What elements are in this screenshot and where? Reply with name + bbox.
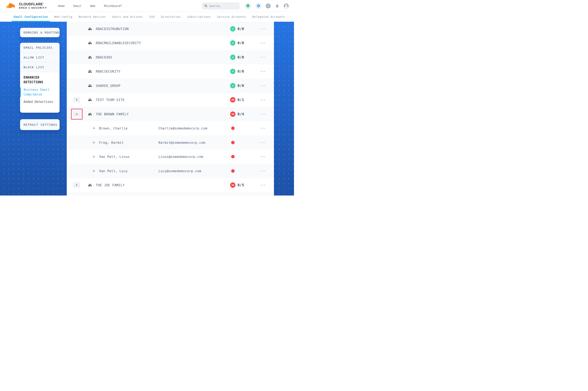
member-count: 0/4 [238, 112, 244, 116]
minus-icon [232, 99, 234, 100]
tab-service-accounts[interactable]: Service Accounts [217, 12, 246, 22]
member-count: 0/0 [238, 69, 244, 73]
sidebar-item-retract-settings[interactable]: RETRACT SETTINGS [20, 119, 60, 130]
member-expand-chevron[interactable]: > [93, 155, 95, 159]
group-name: RBACO365 [96, 55, 112, 59]
group-people-icon [88, 55, 92, 59]
member-count: 0/0 [238, 41, 244, 45]
row-actions-menu[interactable] [260, 84, 266, 88]
nav-item-email[interactable]: Email [73, 4, 82, 7]
top-header: CLOUDFLARE® AREA 1 SECURITY HomeEmailWeb… [0, 0, 294, 12]
group-people-icon [88, 183, 92, 187]
nav-item-home[interactable]: Home [58, 4, 65, 7]
chevron-right-icon [76, 184, 78, 186]
check-icon [231, 84, 234, 87]
member-row: >Van Pelt, LinusLinus@somedemocorp.com [67, 150, 274, 164]
tab-users-and-actions[interactable]: Users and Actions [112, 12, 143, 22]
status-pass-badge [230, 26, 235, 31]
group-name: RBACDISTRUBUTION [96, 27, 129, 31]
sidebar-item-domains-routing[interactable]: DOMAINS & ROUTING [20, 28, 60, 37]
policy-list: EMAIL POLICIESALLOW LISTBLOCK LIST [20, 43, 60, 72]
expand-toggle-button[interactable] [73, 183, 80, 188]
status-fail-dot [231, 141, 235, 144]
expand-toggle-button[interactable] [73, 97, 80, 103]
group-row: THE JOE FAMILY0/5 [67, 178, 274, 193]
sidebar-item-block-list[interactable]: BLOCK LIST [20, 62, 60, 72]
row-actions-menu[interactable] [260, 141, 266, 144]
search-input[interactable] [209, 4, 237, 7]
group-people-icon [88, 84, 92, 88]
row-actions-menu[interactable] [260, 41, 266, 45]
row-actions-menu[interactable] [260, 70, 266, 73]
member-email: Charlie@somedemocorp.com [158, 126, 207, 130]
status-fail-badge [230, 183, 235, 188]
brand-name: CLOUDFLARE® [19, 2, 47, 6]
nav-item-web[interactable]: Web [90, 4, 95, 7]
sidebar-item-enhanced-detections[interactable]: ENHANCED DETECTIONS [23, 75, 56, 85]
group-name: THE JOE FAMILY [96, 183, 125, 187]
group-name: THE BROWN FAMILY [96, 112, 129, 116]
group-people-icon [88, 55, 92, 59]
row-actions-menu[interactable] [260, 155, 266, 159]
member-row: >Brown, CharlieCharlie@somedemocorp.com [67, 121, 274, 136]
status-pass-badge [230, 55, 235, 60]
member-expand-chevron[interactable]: > [93, 126, 95, 130]
tab-web-config[interactable]: Web Config [54, 12, 72, 22]
tab-network-devices[interactable]: Network Devices [79, 12, 106, 22]
notifications-bell-icon[interactable] [275, 4, 280, 8]
search-box[interactable] [202, 2, 240, 9]
sidebar-item-allow-list[interactable]: ALLOW LIST [20, 53, 60, 62]
cloudflare-logo[interactable]: CLOUDFLARE® AREA 1 SECURITY [5, 2, 47, 10]
sidebar-item-business-email-compromise[interactable]: Business Email Compromise [20, 88, 56, 97]
member-expand-chevron[interactable]: > [93, 169, 95, 173]
chevron-down-icon [76, 113, 78, 115]
sidebar-item-added-detections[interactable]: Added Detections [23, 100, 56, 104]
member-name: Van Pelt, Lucy [99, 169, 128, 173]
check-icon [231, 27, 234, 30]
member-count: 0/0 [238, 55, 244, 59]
row-actions-menu[interactable] [260, 184, 266, 187]
check-icon [231, 56, 234, 59]
group-people-icon [88, 70, 92, 73]
tab-subscriptions[interactable]: Subscriptions [187, 12, 211, 22]
row-actions-menu[interactable] [260, 27, 266, 31]
status-fail-dot [231, 169, 235, 173]
group-people-icon [88, 98, 92, 102]
tab-directories[interactable]: Directories [161, 12, 181, 22]
help-icon[interactable]: ? [266, 3, 271, 8]
settings-gear-icon[interactable] [255, 3, 262, 9]
brand-subtitle: AREA 1 SECURITY [19, 6, 47, 9]
group-row: TEST TEAM SITE0/1 [67, 93, 274, 107]
tab-sso[interactable]: SSO [149, 12, 155, 22]
sidebar-item-email-policies[interactable]: EMAIL POLICIES [20, 43, 60, 53]
search-icon [204, 4, 207, 7]
member-name: Brown, Charlie [99, 126, 128, 130]
row-actions-menu[interactable] [260, 112, 266, 116]
row-actions-menu[interactable] [260, 56, 266, 59]
status-fail-badge [230, 97, 235, 102]
shield-check-icon[interactable] [245, 3, 251, 9]
group-people-icon [88, 183, 92, 187]
tab-email-configuration[interactable]: Email Configuration [13, 12, 48, 22]
group-people-icon [88, 41, 92, 45]
member-expand-chevron[interactable]: > [93, 141, 95, 144]
groups-table: RBACDISTRUBUTION0/0RBACMAILENABLESECURIT… [67, 22, 274, 196]
minus-icon [232, 114, 234, 114]
enhanced-items: Business Email CompromiseAdded Detection… [23, 88, 56, 104]
group-name: TEST TEAM SITE [96, 98, 125, 102]
member-count: 0/0 [238, 84, 244, 88]
member-count: 0/0 [238, 27, 244, 31]
nav-item-phishguard[interactable]: PhishGuard™ [104, 4, 122, 7]
account-icon[interactable] [284, 3, 289, 8]
member-name: Van Pelt, Linus [99, 155, 130, 159]
row-actions-menu[interactable] [260, 98, 266, 102]
member-email: Kermit@somedemocorp.com [158, 140, 205, 144]
row-actions-menu[interactable] [260, 169, 266, 173]
tab-delegated-accounts[interactable]: Delegated Accounts [252, 12, 285, 22]
expand-toggle-button[interactable] [73, 111, 80, 117]
group-people-icon [88, 70, 92, 73]
member-email: Linus@somedemocorp.com [158, 155, 203, 159]
header-icon-cluster: ? [245, 3, 289, 9]
row-actions-menu[interactable] [260, 127, 266, 130]
status-fail-dot [231, 155, 235, 159]
